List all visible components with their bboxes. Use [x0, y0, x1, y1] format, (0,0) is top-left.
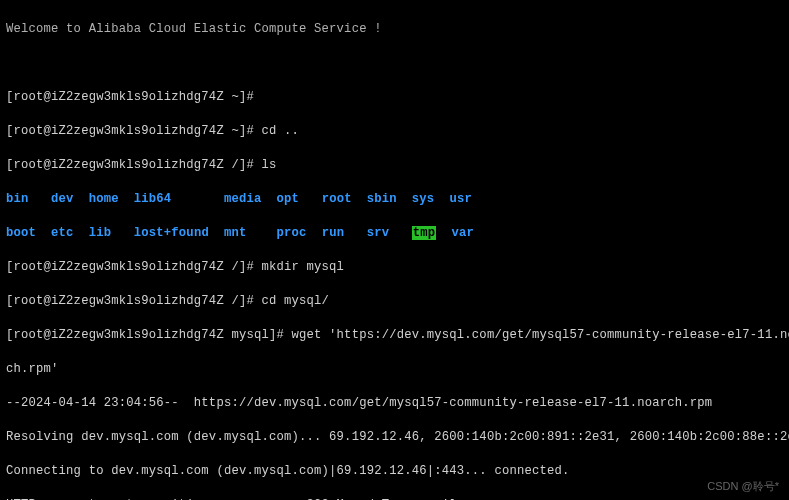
dir-bin: bin — [6, 192, 29, 206]
ls-output-row1: bin dev home lib64 media opt root sbin s… — [6, 191, 783, 208]
prompt-cd-up: [root@iZ2zegw3mkls9olizhdg74Z ~]# cd .. — [6, 123, 783, 140]
dir-etc: etc — [51, 226, 74, 240]
dir-boot: boot — [6, 226, 36, 240]
dir-lib64: lib64 — [134, 192, 172, 206]
prompt-ls: [root@iZ2zegw3mkls9olizhdg74Z /]# ls — [6, 157, 783, 174]
prompt-mkdir: [root@iZ2zegw3mkls9olizhdg74Z /]# mkdir … — [6, 259, 783, 276]
dir-lib: lib — [89, 226, 112, 240]
dir-sys: sys — [412, 192, 435, 206]
terminal-window[interactable]: Welcome to Alibaba Cloud Elastic Compute… — [0, 0, 789, 500]
dir-home: home — [89, 192, 119, 206]
dir-media: media — [224, 192, 262, 206]
dir-root: root — [322, 192, 352, 206]
prompt-wget-2: ch.rpm' — [6, 361, 783, 378]
dir-proc: proc — [277, 226, 307, 240]
dir-opt: opt — [277, 192, 300, 206]
dir-usr: usr — [449, 192, 472, 206]
wget-line-3: Connecting to dev.mysql.com (dev.mysql.c… — [6, 463, 783, 480]
blank-line — [6, 55, 783, 72]
dir-run: run — [322, 226, 345, 240]
wget-line-2: Resolving dev.mysql.com (dev.mysql.com).… — [6, 429, 783, 446]
dir-lostfound: lost+found — [134, 226, 209, 240]
dir-tmp: tmp — [412, 226, 437, 240]
dir-srv: srv — [367, 226, 390, 240]
watermark: CSDN @聆号* — [707, 479, 779, 494]
dir-dev: dev — [51, 192, 74, 206]
ls-output-row2: boot etc lib lost+found mnt proc run srv… — [6, 225, 783, 242]
welcome-banner: Welcome to Alibaba Cloud Elastic Compute… — [6, 21, 783, 38]
prompt-wget-1: [root@iZ2zegw3mkls9olizhdg74Z mysql]# wg… — [6, 327, 783, 344]
dir-var: var — [451, 226, 474, 240]
wget-line-1: --2024-04-14 23:04:56-- https://dev.mysq… — [6, 395, 783, 412]
prompt-home-1: [root@iZ2zegw3mkls9olizhdg74Z ~]# — [6, 89, 783, 106]
dir-mnt: mnt — [224, 226, 247, 240]
prompt-cd-mysql: [root@iZ2zegw3mkls9olizhdg74Z /]# cd mys… — [6, 293, 783, 310]
dir-sbin: sbin — [367, 192, 397, 206]
